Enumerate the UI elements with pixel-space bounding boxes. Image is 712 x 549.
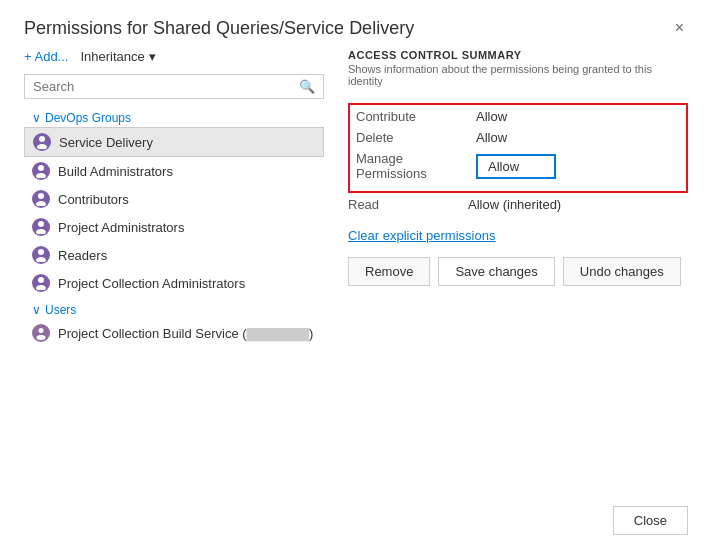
perm-read-value: Allow (inherited)	[468, 197, 561, 212]
highlighted-permissions-group: Contribute Allow Delete Allow Manage Per…	[348, 103, 688, 193]
devops-collapse-icon: ∨	[32, 111, 41, 125]
toolbar: + Add... Inheritance ▾	[24, 49, 324, 64]
dialog-body: + Add... Inheritance ▾ 🔍 ∨ DevOps Groups	[0, 49, 712, 492]
list-item-label: Project Administrators	[58, 220, 184, 235]
svg-point-13	[37, 335, 46, 340]
svg-point-7	[36, 229, 46, 234]
list-item-label: Service Delivery	[59, 135, 153, 150]
close-icon[interactable]: ×	[671, 18, 688, 38]
permission-row-delete: Delete Allow	[356, 130, 680, 145]
dialog-title: Permissions for Shared Queries/Service D…	[24, 18, 414, 39]
dialog-footer: Close	[0, 492, 712, 549]
svg-point-10	[38, 277, 44, 283]
svg-point-8	[38, 249, 44, 255]
permission-row-read: Read Allow (inherited)	[348, 197, 688, 212]
inheritance-button[interactable]: Inheritance ▾	[80, 49, 155, 64]
perm-contribute-value: Allow	[476, 109, 507, 124]
list-item-label: Project Collection Administrators	[58, 276, 245, 291]
permissions-table: Contribute Allow Delete Allow Manage Per…	[348, 103, 688, 218]
dialog-header: Permissions for Shared Queries/Service D…	[0, 0, 712, 49]
list-item-label: Build Administrators	[58, 164, 173, 179]
svg-point-6	[38, 221, 44, 227]
inheritance-label: Inheritance	[80, 49, 144, 64]
perm-manage-value[interactable]: Allow	[476, 154, 556, 179]
svg-point-5	[36, 201, 46, 206]
remove-button[interactable]: Remove	[348, 257, 430, 286]
search-input[interactable]	[33, 79, 299, 94]
devops-groups-text: DevOps Groups	[45, 111, 131, 125]
list-item-label: Project Collection Build Service (██████…	[58, 326, 313, 341]
add-button[interactable]: + Add...	[24, 49, 68, 64]
svg-point-3	[36, 173, 46, 178]
undo-changes-button[interactable]: Undo changes	[563, 257, 681, 286]
avatar	[32, 246, 50, 264]
perm-delete-label: Delete	[356, 130, 476, 145]
perm-manage-label: Manage Permissions	[356, 151, 476, 181]
search-icon: 🔍	[299, 79, 315, 94]
permission-row-contribute: Contribute Allow	[356, 109, 680, 124]
clear-explicit-permissions-link[interactable]: Clear explicit permissions	[348, 228, 688, 243]
list-item-project-collection-admins[interactable]: Project Collection Administrators	[24, 269, 324, 297]
perm-delete-value: Allow	[476, 130, 507, 145]
avatar	[32, 274, 50, 292]
close-button[interactable]: Close	[613, 506, 688, 535]
avatar	[32, 162, 50, 180]
permissions-dialog: Permissions for Shared Queries/Service D…	[0, 0, 712, 549]
perm-read-label: Read	[348, 197, 468, 212]
acs-header: ACCESS CONTROL SUMMARY Shows information…	[348, 49, 688, 87]
svg-point-2	[38, 165, 44, 171]
avatar	[32, 218, 50, 236]
svg-point-0	[39, 136, 45, 142]
list-item-label: Readers	[58, 248, 107, 263]
avatar	[33, 133, 51, 151]
svg-point-11	[36, 285, 46, 290]
users-label-text: Users	[45, 303, 76, 317]
list-item-label: Contributors	[58, 192, 129, 207]
inheritance-arrow-icon: ▾	[149, 49, 156, 64]
list-item-readers[interactable]: Readers	[24, 241, 324, 269]
acs-title: ACCESS CONTROL SUMMARY	[348, 49, 688, 61]
acs-subtitle: Shows information about the permissions …	[348, 63, 688, 87]
users-label[interactable]: ∨ Users	[24, 297, 324, 319]
svg-point-12	[39, 328, 44, 333]
list-item-service-delivery[interactable]: Service Delivery	[24, 127, 324, 157]
avatar-user	[32, 324, 50, 342]
action-buttons: Remove Save changes Undo changes	[348, 257, 688, 286]
permission-row-manage: Manage Permissions Allow	[356, 151, 680, 181]
svg-point-9	[36, 257, 46, 262]
right-panel: ACCESS CONTROL SUMMARY Shows information…	[324, 49, 688, 492]
devops-groups-label[interactable]: ∨ DevOps Groups	[24, 107, 324, 127]
search-box[interactable]: 🔍	[24, 74, 324, 99]
left-panel: + Add... Inheritance ▾ 🔍 ∨ DevOps Groups	[24, 49, 324, 492]
svg-point-4	[38, 193, 44, 199]
list-item-project-collection-build[interactable]: Project Collection Build Service (██████…	[24, 319, 324, 347]
perm-contribute-label: Contribute	[356, 109, 476, 124]
list-item-project-admins[interactable]: Project Administrators	[24, 213, 324, 241]
save-changes-button[interactable]: Save changes	[438, 257, 554, 286]
users-collapse-icon: ∨	[32, 303, 41, 317]
avatar	[32, 190, 50, 208]
list-item-contributors[interactable]: Contributors	[24, 185, 324, 213]
svg-point-1	[37, 144, 47, 149]
list-item-build-admins[interactable]: Build Administrators	[24, 157, 324, 185]
